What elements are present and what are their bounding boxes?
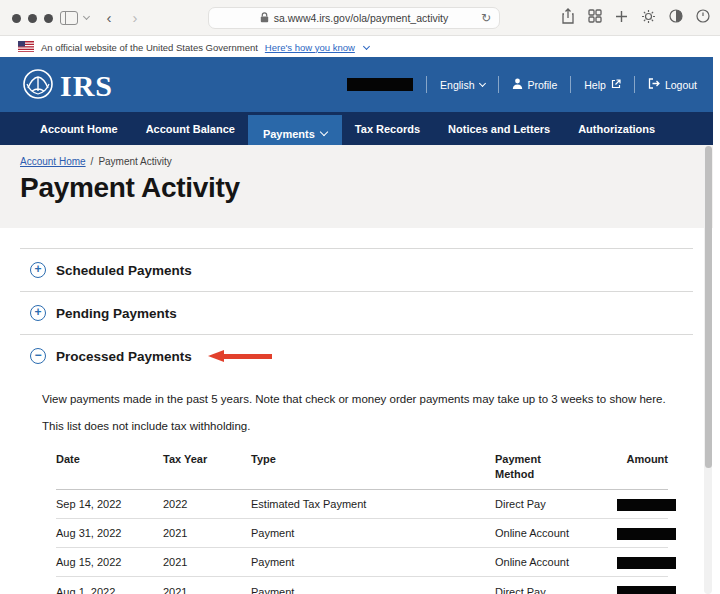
help-button[interactable]: Help (584, 79, 621, 91)
chevron-down-icon (320, 128, 328, 136)
table-row: Sep 14, 2022 2022 Estimated Tax Payment … (56, 490, 668, 519)
nav-label: Tax Records (355, 123, 420, 135)
nav-label: Account Home (40, 123, 118, 135)
accordion-processed-payments[interactable]: − Processed Payments (20, 334, 693, 377)
main-navigation: Account Home Account Balance Payments Ta… (0, 112, 713, 145)
accordion-label: Pending Payments (56, 306, 177, 321)
breadcrumb-separator: / (91, 156, 94, 167)
expand-plus-icon[interactable]: + (30, 262, 46, 278)
scrollbar-thumb[interactable] (705, 146, 712, 468)
usgov-banner-text: An official website of the United States… (41, 42, 258, 53)
page-title: Payment Activity (20, 172, 240, 204)
clock-icon[interactable] (696, 9, 710, 23)
cell-payment-method: Online Account (495, 556, 617, 568)
column-header-date: Date (56, 452, 163, 467)
nav-label: Payments (263, 128, 315, 140)
table-row: Aug 15, 2022 2021 Payment Online Account (56, 548, 668, 577)
cell-tax-year: 2021 (163, 527, 251, 539)
window-controls[interactable] (12, 14, 53, 23)
chevron-down-icon[interactable] (363, 42, 370, 49)
window-zoom-button[interactable] (44, 14, 53, 23)
column-header-amount: Amount (617, 452, 668, 467)
accordion-list: + Scheduled Payments + Pending Payments … (20, 248, 693, 377)
nav-label: Authorizations (578, 123, 655, 135)
nav-label: Notices and Letters (448, 123, 550, 135)
back-button[interactable]: ‹ (100, 9, 118, 26)
window-close-button[interactable] (12, 14, 21, 23)
logout-label: Logout (665, 79, 697, 91)
cell-date: Aug 31, 2022 (56, 527, 163, 539)
cell-type: Payment (251, 527, 495, 539)
tab-grid-icon[interactable] (588, 9, 602, 23)
redacted-amount (617, 499, 676, 511)
us-flag-icon (18, 41, 34, 54)
contrast-icon[interactable] (669, 9, 683, 23)
divider (634, 76, 635, 93)
table-row: Aug 1, 2022 2021 Payment Direct Pay (56, 577, 668, 594)
divider (570, 76, 571, 93)
column-header-payment-method: Payment Method (495, 452, 551, 482)
cell-amount (617, 585, 676, 594)
arrow-tail (222, 354, 272, 359)
divider (426, 76, 427, 93)
redacted-amount (617, 528, 676, 540)
settings-gear-icon[interactable] (641, 9, 656, 24)
cell-tax-year: 2021 (163, 556, 251, 568)
chevron-down-icon (478, 79, 485, 86)
language-label: English (440, 79, 474, 91)
new-tab-icon[interactable] (615, 10, 628, 23)
processed-note: This list does not include tax withholdi… (42, 420, 693, 432)
breadcrumb-current: Payment Activity (98, 156, 171, 167)
accordion-scheduled-payments[interactable]: + Scheduled Payments (20, 248, 693, 291)
irs-logo[interactable]: IRS (20, 66, 113, 106)
chevron-down-icon[interactable] (83, 13, 90, 20)
reload-icon[interactable]: ↻ (481, 11, 491, 25)
table-header-row: Date Tax Year Type Payment Method Amount (56, 452, 668, 490)
cell-type: Estimated Tax Payment (251, 498, 495, 510)
scrollbar-track[interactable] (704, 146, 712, 594)
nav-item-authorizations[interactable]: Authorizations (578, 123, 655, 135)
window-minimize-button[interactable] (28, 14, 37, 23)
redacted-amount (617, 557, 676, 569)
red-arrow-annotation (208, 350, 272, 363)
cell-date: Aug 1, 2022 (56, 586, 163, 594)
share-icon[interactable] (561, 8, 575, 24)
divider (498, 76, 499, 93)
expand-plus-icon[interactable]: + (30, 305, 46, 321)
logout-button[interactable]: Logout (648, 78, 697, 91)
nav-item-tax-records[interactable]: Tax Records (355, 123, 420, 135)
help-label: Help (584, 79, 606, 91)
cell-amount (617, 497, 676, 510)
cell-amount (617, 526, 676, 539)
person-icon (512, 78, 523, 91)
nav-item-account-home[interactable]: Account Home (40, 123, 118, 135)
payments-table: Date Tax Year Type Payment Method Amount… (56, 452, 668, 594)
collapse-minus-icon[interactable]: − (30, 348, 46, 364)
arrow-head (208, 350, 224, 362)
logout-icon (648, 78, 660, 91)
cell-date: Aug 15, 2022 (56, 556, 163, 568)
language-selector[interactable]: English (440, 79, 484, 91)
nav-item-account-balance[interactable]: Account Balance (146, 123, 235, 135)
main-content: + Scheduled Payments + Pending Payments … (0, 228, 713, 594)
profile-label: Profile (528, 79, 558, 91)
cell-amount (617, 555, 676, 568)
irs-logo-text: IRS (60, 69, 113, 103)
sidebar-toggle-icon[interactable] (60, 11, 78, 25)
forward-button[interactable]: › (126, 9, 144, 26)
nav-item-notices-and-letters[interactable]: Notices and Letters (448, 123, 550, 135)
url-text: sa.www4.irs.gov/ola/payment_activity (274, 12, 449, 24)
accordion-pending-payments[interactable]: + Pending Payments (20, 291, 693, 334)
page-header-band: Account Home / Payment Activity Payment … (0, 145, 713, 228)
redacted-amount (617, 586, 676, 594)
breadcrumb-link-account-home[interactable]: Account Home (20, 156, 86, 167)
cell-payment-method: Direct Pay (495, 498, 617, 510)
profile-button[interactable]: Profile (512, 78, 558, 91)
how-you-know-link[interactable]: Here's how you know (265, 42, 355, 53)
address-bar[interactable]: sa.www4.irs.gov/ola/payment_activity ↻ (208, 7, 500, 29)
cell-type: Payment (251, 586, 495, 594)
cell-type: Payment (251, 556, 495, 568)
cell-payment-method: Online Account (495, 527, 617, 539)
browser-chrome: ‹ › sa.www4.irs.gov/ola/payment_activity… (0, 0, 720, 36)
breadcrumb: Account Home / Payment Activity (20, 156, 172, 167)
